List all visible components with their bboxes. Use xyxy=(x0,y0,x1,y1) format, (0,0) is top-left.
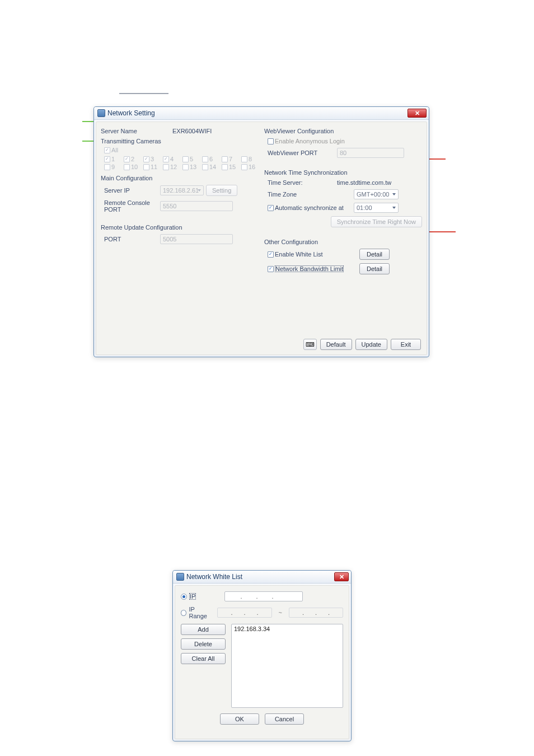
close-icon: ✕ xyxy=(339,573,344,581)
camera-checkbox[interactable]: 8 xyxy=(241,156,259,162)
remote-update-configuration-label: Remote Update Configuration xyxy=(101,224,259,231)
ip-range-from-input[interactable]: ... xyxy=(217,608,271,618)
white-list-detail-button[interactable]: Detail xyxy=(359,249,390,260)
camera-checkbox[interactable]: 3 xyxy=(143,156,161,162)
callout-time-sync xyxy=(428,158,446,160)
camera-checkbox[interactable]: 11 xyxy=(143,164,161,170)
network-white-list-window: Network White List ✕ IP ... IP Range ...… xyxy=(172,570,352,741)
camera-checkbox[interactable]: 10 xyxy=(124,164,141,170)
checkbox-icon xyxy=(222,164,228,170)
camera-checkbox[interactable]: 16 xyxy=(241,164,259,170)
server-name-label: Server Name xyxy=(101,128,168,134)
bandwidth-limit-checkbox[interactable]: Network Bandwidth Limit xyxy=(268,265,357,272)
remote-console-port-input[interactable]: 5550 xyxy=(160,201,233,211)
sync-now-button[interactable]: Synchronize Time Right Now xyxy=(331,216,422,227)
camera-checkbox[interactable]: 13 xyxy=(182,164,200,170)
close-button[interactable]: ✕ xyxy=(407,109,427,118)
checkbox-icon xyxy=(163,164,169,170)
checkbox-icon xyxy=(143,164,149,170)
white-list-listbox[interactable]: 192.168.3.34 xyxy=(231,624,343,708)
enable-anonymous-login-checkbox[interactable]: Enable Anonymous Login xyxy=(268,138,422,144)
checkbox-icon xyxy=(241,164,247,170)
ip-range-radio[interactable]: IP Range xyxy=(181,606,213,619)
auto-sync-label: Automatic synchronize at xyxy=(275,204,344,211)
add-button[interactable]: Add xyxy=(181,624,226,635)
time-zone-select[interactable]: GMT+00:00 xyxy=(354,189,399,199)
checkbox-icon xyxy=(202,164,208,170)
clear-all-button[interactable]: Clear All xyxy=(181,653,226,664)
server-ip-setting-button[interactable]: Setting xyxy=(206,185,237,196)
checkbox-icon xyxy=(268,266,274,272)
titlebar: Network Setting ✕ xyxy=(94,107,429,120)
checkbox-icon xyxy=(268,205,274,211)
enable-white-list-label: Enable White List xyxy=(275,251,323,258)
app-icon xyxy=(176,573,184,581)
page-decoration xyxy=(119,93,168,94)
ok-button[interactable]: OK xyxy=(220,713,259,725)
window-title: Network White List xyxy=(186,573,242,581)
remote-console-port-label: Remote Console PORT xyxy=(104,199,158,213)
transmitting-cameras-label: Transmitting Cameras xyxy=(101,138,161,144)
camera-checkbox[interactable]: 14 xyxy=(202,164,219,170)
checkbox-icon xyxy=(104,164,110,170)
checkbox-icon xyxy=(202,156,208,162)
server-ip-value: 192.168.2.61 xyxy=(163,187,199,194)
other-configuration-label: Other Configuration xyxy=(264,239,422,245)
remote-update-port-label: PORT xyxy=(104,236,158,242)
checkbox-icon xyxy=(268,138,274,144)
webviewer-port-input[interactable]: 80 xyxy=(337,148,404,158)
checkbox-icon xyxy=(182,164,189,170)
server-ip-select[interactable]: 192.168.2.61 xyxy=(160,185,204,195)
checkbox-icon xyxy=(241,156,247,162)
remote-update-port-input[interactable]: 5005 xyxy=(160,234,233,244)
exit-button[interactable]: Exit xyxy=(391,339,421,350)
app-icon xyxy=(97,109,105,117)
time-zone-label: Time Zone xyxy=(268,191,352,198)
ip-range-separator: ~ xyxy=(279,609,282,616)
callout-white-list-detail xyxy=(428,231,456,232)
camera-checkbox[interactable]: 9 xyxy=(104,164,121,170)
webviewer-configuration-label: WebViewer Configuration xyxy=(264,128,422,134)
titlebar: Network White List ✕ xyxy=(173,571,351,584)
default-button[interactable]: Default xyxy=(320,339,352,350)
camera-all-checkbox[interactable]: All xyxy=(104,147,259,153)
keyboard-icon: ⌨ xyxy=(306,341,315,348)
auto-sync-time-select[interactable]: 01:00 xyxy=(354,203,399,213)
close-button[interactable]: ✕ xyxy=(334,572,349,581)
camera-checkbox[interactable]: 15 xyxy=(222,164,239,170)
network-setting-window: Network Setting ✕ Server Name EXR6004WIF… xyxy=(93,106,429,357)
camera-all-label: All xyxy=(111,147,118,153)
ip-radio[interactable]: IP xyxy=(181,593,220,600)
cancel-button[interactable]: Cancel xyxy=(265,713,304,725)
ip-range-radio-label: IP Range xyxy=(189,606,213,619)
window-title: Network Setting xyxy=(107,109,155,117)
keyboard-button[interactable]: ⌨ xyxy=(303,339,317,350)
camera-checkbox[interactable]: 12 xyxy=(163,164,180,170)
update-button[interactable]: Update xyxy=(355,339,387,350)
bandwidth-limit-detail-button[interactable]: Detail xyxy=(359,263,390,274)
camera-grid: 1 2 3 4 5 6 7 8 9 10 11 12 13 14 15 16 xyxy=(104,156,259,170)
radio-icon xyxy=(181,610,186,616)
camera-checkbox[interactable]: 7 xyxy=(222,156,239,162)
checkbox-icon xyxy=(222,156,228,162)
camera-checkbox[interactable]: 4 xyxy=(163,156,180,162)
checkbox-icon xyxy=(163,156,169,162)
auto-sync-checkbox[interactable]: Automatic synchronize at xyxy=(268,204,352,211)
checkbox-icon xyxy=(124,156,130,162)
camera-checkbox[interactable]: 6 xyxy=(202,156,219,162)
time-server-value: time.stdtime.com.tw xyxy=(337,179,404,186)
checkbox-icon xyxy=(104,156,110,162)
ip-range-to-input[interactable]: ... xyxy=(289,608,343,618)
enable-white-list-checkbox[interactable]: Enable White List xyxy=(268,251,357,258)
list-item[interactable]: 192.168.3.34 xyxy=(234,626,340,632)
checkbox-icon xyxy=(143,156,149,162)
checkbox-icon xyxy=(182,156,189,162)
ip-single-input[interactable]: ... xyxy=(224,591,303,601)
checkbox-icon xyxy=(124,164,130,170)
bandwidth-limit-label: Network Bandwidth Limit xyxy=(275,265,344,272)
delete-button[interactable]: Delete xyxy=(181,638,226,650)
camera-checkbox[interactable]: 5 xyxy=(182,156,200,162)
camera-checkbox[interactable]: 1 xyxy=(104,156,121,162)
ip-radio-label: IP xyxy=(189,593,196,600)
camera-checkbox[interactable]: 2 xyxy=(124,156,141,162)
